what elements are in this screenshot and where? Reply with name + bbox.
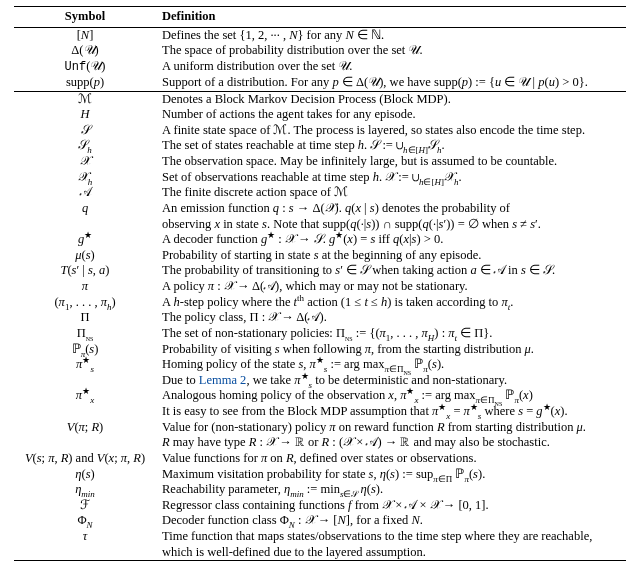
- symbol-cell: τ: [14, 529, 156, 545]
- definition-cell: Number of actions the agent takes for an…: [156, 107, 626, 123]
- definition-cell: Support of a distribution. For any p ∈ Δ…: [156, 75, 626, 91]
- table-row: T(s′ | s, a)The probability of transitio…: [14, 263, 626, 279]
- table-row: supp(p)Support of a distribution. For an…: [14, 75, 626, 91]
- table-row: It is easy to see from the Block MDP ass…: [14, 404, 626, 420]
- table-row: τTime function that maps states/observat…: [14, 529, 626, 545]
- definition-cell: Maximum visitation probability for state…: [156, 467, 626, 483]
- symbol-cell: Unf(𝒰): [14, 59, 156, 75]
- symbol-cell: (π1, . . . , πh): [14, 295, 156, 311]
- symbol-cell: μ(s): [14, 248, 156, 264]
- symbol-cell: [14, 545, 156, 561]
- header-symbol: Symbol: [14, 7, 156, 28]
- table-row: 𝒜The finite discrete action space of ℳ: [14, 185, 626, 201]
- symbol-cell: Πns: [14, 326, 156, 342]
- definition-cell: The space of probability distribution ov…: [156, 43, 626, 59]
- definition-cell: Defines the set {1, 2, ··· , N} for any …: [156, 27, 626, 43]
- definition-cell: Due to Lemma 2, we take π★s to be determ…: [156, 373, 626, 389]
- table-row: ℱRegressor class containing functions f …: [14, 498, 626, 514]
- table-row: ΠThe policy class, Π : 𝒳 → Δ(𝒜).: [14, 310, 626, 326]
- table-row: η(s)Maximum visitation probability for s…: [14, 467, 626, 483]
- symbol-cell: [14, 404, 156, 420]
- table-row: observing x in state s. Note that supp(q…: [14, 217, 626, 233]
- table-row: 𝒳hSet of observations reachable at time …: [14, 170, 626, 186]
- symbol-cell: [N]: [14, 27, 156, 43]
- table-row: V(π; R)Value for (non-stationary) policy…: [14, 420, 626, 436]
- table-row: Δ(𝒰)The space of probability distributio…: [14, 43, 626, 59]
- notation-table: Symbol Definition [N]Defines the set {1,…: [14, 6, 626, 561]
- header-definition: Definition: [156, 7, 626, 28]
- definition-cell: Reachability parameter, ηmin := mins∈𝒮 η…: [156, 482, 626, 498]
- definition-cell: Probability of starting in state s at th…: [156, 248, 626, 264]
- definition-cell: A h-step policy where the tth action (1 …: [156, 295, 626, 311]
- table-row: ℳDenotes a Block Markov Decision Process…: [14, 91, 626, 107]
- table-row: Unf(𝒰)A uniform distribution over the se…: [14, 59, 626, 75]
- definition-cell: which is well-defined due to the layered…: [156, 545, 626, 561]
- definition-cell: observing x in state s. Note that supp(q…: [156, 217, 626, 233]
- table-row: V(s; π, R) and V(x; π, R)Value functions…: [14, 451, 626, 467]
- symbol-cell: ℳ: [14, 91, 156, 107]
- definition-cell: The observation space. May be infinitely…: [156, 154, 626, 170]
- table-row: π★sHoming policy of the state s, π★s := …: [14, 357, 626, 373]
- definition-cell: The set of non-stationary policies: Πns …: [156, 326, 626, 342]
- symbol-cell: 𝒜: [14, 185, 156, 201]
- symbol-cell: V(s; π, R) and V(x; π, R): [14, 451, 156, 467]
- table-row: g★A decoder function g★ : 𝒳 → 𝒮. g★(x) =…: [14, 232, 626, 248]
- definition-cell: Probability of visiting s when following…: [156, 342, 626, 358]
- definition-cell: A finite state space of ℳ. The process i…: [156, 123, 626, 139]
- definition-cell: It is easy to see from the Block MDP ass…: [156, 404, 626, 420]
- definition-cell: Analogous homing policy of the observati…: [156, 388, 626, 404]
- definition-cell: The finite discrete action space of ℳ: [156, 185, 626, 201]
- table-row: μ(s)Probability of starting in state s a…: [14, 248, 626, 264]
- table-row: ΦNDecoder function class ΦN : 𝒳 → [N], f…: [14, 513, 626, 529]
- symbol-cell: π★x: [14, 388, 156, 404]
- symbol-cell: Δ(𝒰): [14, 43, 156, 59]
- table-row: [N]Defines the set {1, 2, ··· , N} for a…: [14, 27, 626, 43]
- definition-cell: Value for (non-stationary) policy π on r…: [156, 420, 626, 436]
- definition-cell: Regressor class containing functions f f…: [156, 498, 626, 514]
- definition-cell: A uniform distribution over the set 𝒰.: [156, 59, 626, 75]
- symbol-cell: π★s: [14, 357, 156, 373]
- table-row: 𝒳The observation space. May be infinitel…: [14, 154, 626, 170]
- table-row: 𝒮hThe set of states reachable at time st…: [14, 138, 626, 154]
- table-row: 𝒮A finite state space of ℳ. The process …: [14, 123, 626, 139]
- symbol-cell: π: [14, 279, 156, 295]
- table-row: π★xAnalogous homing policy of the observ…: [14, 388, 626, 404]
- symbol-cell: g★: [14, 232, 156, 248]
- symbol-cell: ℱ: [14, 498, 156, 514]
- definition-cell: An emission function q : s → Δ(𝒳). q(x |…: [156, 201, 626, 217]
- symbol-cell: supp(p): [14, 75, 156, 91]
- definition-cell: Homing policy of the state s, π★s := arg…: [156, 357, 626, 373]
- symbol-cell: Π: [14, 310, 156, 326]
- symbol-cell: 𝒮: [14, 123, 156, 139]
- symbol-cell: 𝒳h: [14, 170, 156, 186]
- definition-cell: R may have type R : 𝒳 → ℝ or R : (𝒳 × 𝒜)…: [156, 435, 626, 451]
- symbol-cell: q: [14, 201, 156, 217]
- table-row: ΠnsThe set of non-stationary policies: Π…: [14, 326, 626, 342]
- definition-cell: A decoder function g★ : 𝒳 → 𝒮. g★(x) = s…: [156, 232, 626, 248]
- definition-cell: Denotes a Block Markov Decision Process …: [156, 91, 626, 107]
- symbol-cell: 𝒮h: [14, 138, 156, 154]
- table-row: Due to Lemma 2, we take π★s to be determ…: [14, 373, 626, 389]
- symbol-cell: T(s′ | s, a): [14, 263, 156, 279]
- definition-cell: Set of observations reachable at time st…: [156, 170, 626, 186]
- definition-cell: The policy class, Π : 𝒳 → Δ(𝒜).: [156, 310, 626, 326]
- table-row: which is well-defined due to the layered…: [14, 545, 626, 561]
- table-row: HNumber of actions the agent takes for a…: [14, 107, 626, 123]
- table-row: πA policy π : 𝒳 → Δ(𝒜), which may or may…: [14, 279, 626, 295]
- symbol-cell: V(π; R): [14, 420, 156, 436]
- definition-cell: The set of states reachable at time step…: [156, 138, 626, 154]
- table-row: (π1, . . . , πh)A h-step policy where th…: [14, 295, 626, 311]
- symbol-cell: ηmin: [14, 482, 156, 498]
- definition-cell: The probability of transitioning to s′ ∈…: [156, 263, 626, 279]
- symbol-cell: 𝒳: [14, 154, 156, 170]
- definition-cell: Decoder function class ΦN : 𝒳 → [N], for…: [156, 513, 626, 529]
- symbol-cell: ΦN: [14, 513, 156, 529]
- symbol-cell: [14, 435, 156, 451]
- table-row: qAn emission function q : s → Δ(𝒳). q(x …: [14, 201, 626, 217]
- symbol-cell: H: [14, 107, 156, 123]
- definition-cell: Time function that maps states/observati…: [156, 529, 626, 545]
- symbol-cell: η(s): [14, 467, 156, 483]
- table-row: R may have type R : 𝒳 → ℝ or R : (𝒳 × 𝒜)…: [14, 435, 626, 451]
- definition-cell: A policy π : 𝒳 → Δ(𝒜), which may or may …: [156, 279, 626, 295]
- table-row: ηminReachability parameter, ηmin := mins…: [14, 482, 626, 498]
